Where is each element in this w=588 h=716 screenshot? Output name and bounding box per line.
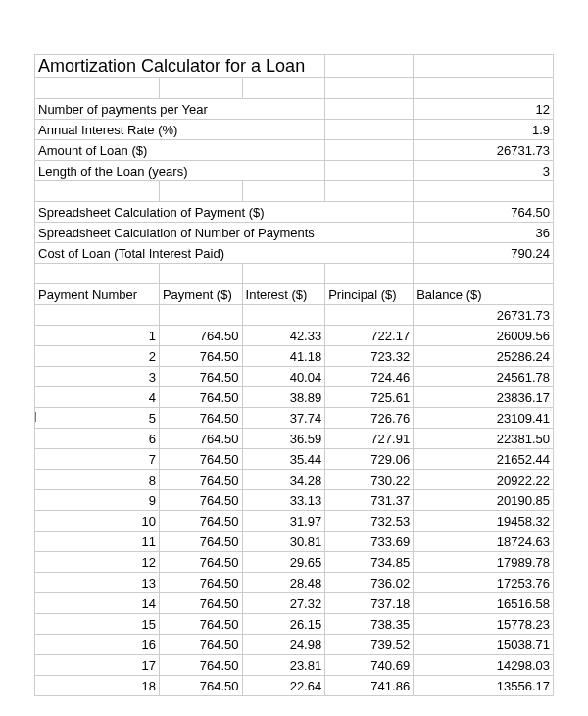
interest-amount: 31.97 bbox=[242, 511, 325, 532]
input-label: Amount of Loan ($) bbox=[35, 140, 325, 161]
balance-amount: 18724.63 bbox=[414, 532, 554, 552]
principal-amount: 737.18 bbox=[325, 593, 414, 614]
interest-amount: 23.81 bbox=[242, 655, 325, 676]
payment-number: 6 bbox=[35, 429, 160, 449]
interest-amount: 28.48 bbox=[242, 573, 325, 593]
balance-amount: 15038.71 bbox=[414, 635, 554, 655]
payment-number: 10 bbox=[35, 511, 160, 532]
interest-amount: 33.13 bbox=[242, 490, 325, 511]
payment-number: 14 bbox=[35, 593, 160, 614]
interest-amount: 41.18 bbox=[242, 346, 325, 367]
payment-amount: 764.50 bbox=[159, 387, 242, 408]
calc-value: 790.24 bbox=[414, 243, 554, 264]
balance-amount: 23109.41 bbox=[414, 408, 554, 429]
calc-value: 764.50 bbox=[414, 202, 554, 223]
payment-number: 8 bbox=[35, 470, 160, 490]
payment-number: 4 bbox=[35, 387, 160, 408]
balance-amount: 24561.78 bbox=[414, 367, 554, 387]
payment-amount: 764.50 bbox=[159, 614, 242, 635]
interest-amount: 35.44 bbox=[242, 449, 325, 470]
payment-number: 11 bbox=[35, 532, 160, 552]
payment-number: 12 bbox=[35, 552, 160, 573]
input-value: 26731.73 bbox=[414, 140, 554, 161]
payment-number: 13 bbox=[35, 573, 160, 593]
interest-amount: 42.33 bbox=[242, 326, 325, 346]
principal-amount: 740.69 bbox=[325, 655, 414, 676]
balance-amount: 22381.50 bbox=[414, 429, 554, 449]
input-label: Number of payments per Year bbox=[35, 99, 325, 120]
interest-amount: 27.32 bbox=[242, 593, 325, 614]
input-value: 1.9 bbox=[414, 120, 554, 140]
col-header: Balance ($) bbox=[414, 284, 554, 305]
principal-amount: 729.06 bbox=[325, 449, 414, 470]
interest-amount: 40.04 bbox=[242, 367, 325, 387]
balance-amount: 19458.32 bbox=[414, 511, 554, 532]
principal-amount: 738.35 bbox=[325, 614, 414, 635]
calc-label: Spreadsheet Calculation of Number of Pay… bbox=[35, 223, 414, 243]
initial-balance: 26731.73 bbox=[414, 305, 554, 326]
principal-amount: 741.86 bbox=[325, 676, 414, 696]
principal-amount: 739.52 bbox=[325, 635, 414, 655]
input-label: Annual Interest Rate (%) bbox=[35, 120, 325, 140]
interest-amount: 36.59 bbox=[242, 429, 325, 449]
payment-amount: 764.50 bbox=[159, 470, 242, 490]
principal-amount: 731.37 bbox=[325, 490, 414, 511]
principal-amount: 724.46 bbox=[325, 367, 414, 387]
page-title: Amortization Calculator for a Loan bbox=[35, 55, 325, 78]
interest-amount: 38.89 bbox=[242, 387, 325, 408]
payment-number: 9 bbox=[35, 490, 160, 511]
payment-amount: 764.50 bbox=[159, 573, 242, 593]
interest-amount: 22.64 bbox=[242, 676, 325, 696]
balance-amount: 16516.58 bbox=[414, 593, 554, 614]
payment-amount: 764.50 bbox=[159, 408, 242, 429]
principal-amount: 725.61 bbox=[325, 387, 414, 408]
payment-number: 1 bbox=[35, 326, 160, 346]
principal-amount: 722.17 bbox=[325, 326, 414, 346]
principal-amount: 732.53 bbox=[325, 511, 414, 532]
payment-amount: 764.50 bbox=[159, 635, 242, 655]
payment-amount: 764.50 bbox=[159, 511, 242, 532]
principal-amount: 736.02 bbox=[325, 573, 414, 593]
payment-amount: 764.50 bbox=[159, 429, 242, 449]
payment-amount: 764.50 bbox=[159, 367, 242, 387]
col-header: Interest ($) bbox=[242, 284, 325, 305]
balance-amount: 13556.17 bbox=[414, 676, 554, 696]
payment-number: 18 bbox=[35, 676, 160, 696]
input-label: Length of the Loan (years) bbox=[35, 161, 325, 181]
payment-amount: 764.50 bbox=[159, 490, 242, 511]
principal-amount: 723.32 bbox=[325, 346, 414, 367]
balance-amount: 20190.85 bbox=[414, 490, 554, 511]
principal-amount: 730.22 bbox=[325, 470, 414, 490]
balance-amount: 21652.44 bbox=[414, 449, 554, 470]
payment-amount: 764.50 bbox=[159, 449, 242, 470]
interest-amount: 29.65 bbox=[242, 552, 325, 573]
balance-amount: 23836.17 bbox=[414, 387, 554, 408]
interest-amount: 26.15 bbox=[242, 614, 325, 635]
payment-number: 3 bbox=[35, 367, 160, 387]
payment-amount: 764.50 bbox=[159, 346, 242, 367]
interest-amount: 34.28 bbox=[242, 470, 325, 490]
spreadsheet-table: Amortization Calculator for a LoanNumber… bbox=[34, 54, 554, 696]
interest-amount: 24.98 bbox=[242, 635, 325, 655]
spreadsheet-page: Amortization Calculator for a LoanNumber… bbox=[0, 0, 588, 716]
calc-label: Spreadsheet Calculation of Payment ($) bbox=[35, 202, 414, 223]
calc-value: 36 bbox=[414, 223, 554, 243]
balance-amount: 14298.03 bbox=[414, 655, 554, 676]
principal-amount: 727.91 bbox=[325, 429, 414, 449]
balance-amount: 17253.76 bbox=[414, 573, 554, 593]
col-header: Payment Number bbox=[35, 284, 160, 305]
principal-amount: 726.76 bbox=[325, 408, 414, 429]
input-value: 12 bbox=[414, 99, 554, 120]
balance-amount: 25286.24 bbox=[414, 346, 554, 367]
balance-amount: 20922.22 bbox=[414, 470, 554, 490]
payment-number: 2 bbox=[35, 346, 160, 367]
payment-number: 5 bbox=[35, 408, 160, 429]
payment-amount: 764.50 bbox=[159, 532, 242, 552]
col-header: Payment ($) bbox=[159, 284, 242, 305]
payment-number: 17 bbox=[35, 655, 160, 676]
col-header: Principal ($) bbox=[325, 284, 414, 305]
balance-amount: 26009.56 bbox=[414, 326, 554, 346]
payment-number: 16 bbox=[35, 635, 160, 655]
balance-amount: 17989.78 bbox=[414, 552, 554, 573]
payment-amount: 764.50 bbox=[159, 552, 242, 573]
